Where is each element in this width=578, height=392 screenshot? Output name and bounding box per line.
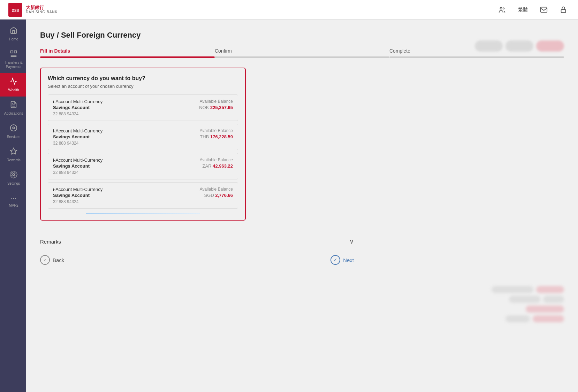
logo: DSB 大新銀行 DAH SING BANK [8,3,58,17]
bank-logo-icon: DSB [8,3,22,17]
svg-marker-12 [10,148,17,154]
mvp2-icon: ··· [11,194,17,202]
sidebar-item-services-label: Services [7,135,20,139]
bottom-nav: ‹ Back ✓ Next [40,251,354,269]
remarks-row[interactable]: Remarks ∨ [40,232,354,251]
sidebar-item-rewards[interactable]: Rewards [0,143,26,167]
account-currency-2: ZAR [203,163,213,169]
step-complete: Complete [389,48,564,58]
sidebar-item-transfers-label: Transfers &Payments [5,61,22,69]
sidebar-item-transfers[interactable]: Transfers &Payments [0,46,26,73]
sidebar-item-rewards-label: Rewards [7,158,20,162]
svg-point-13 [13,174,15,176]
back-label: Back [53,257,64,263]
currency-question: Which currency do you want to buy? [48,75,238,82]
account-balance-label-3: Available Balance [200,187,233,192]
people-icon [498,6,506,14]
account-currency-0: NOK [199,105,210,110]
account-name-1: i-Account Multi-Currency [53,128,102,133]
step-fill-details-label: Fill in Details [40,48,70,54]
account-currency-3: SGD [204,193,215,198]
next-button[interactable]: ✓ Next [330,255,354,265]
account-balance-value-3: SGD 2,776.66 [204,193,233,198]
account-type-2: Savings Account [53,163,90,169]
people-icon-button[interactable] [496,3,508,16]
account-item-3[interactable]: i-Account Multi-Currency Available Balan… [48,182,238,209]
next-circle-icon: ✓ [330,255,340,265]
chevron-down-icon: ∨ [349,238,354,245]
step-fill-details-line [40,56,215,58]
account-balance-label-0: Available Balance [200,99,233,104]
account-item-0[interactable]: i-Account Multi-Currency Available Balan… [48,94,238,121]
sidebar-item-wealth-label: Wealth [8,88,19,92]
account-balance-value-0: NOK 225,357.65 [199,105,233,110]
svg-rect-4 [541,7,547,12]
step-complete-line [389,56,564,58]
rewards-icon [10,147,17,157]
account-balance-label-1: Available Balance [200,128,233,133]
scroll-indicator [86,213,200,214]
account-item-1[interactable]: i-Account Multi-Currency Available Balan… [48,124,238,150]
bank-name-zh: 大新銀行 [26,5,58,10]
back-circle-icon: ‹ [40,255,50,265]
step-confirm-line [215,56,389,58]
main-layout: Home Transfers &Payments Wealth [0,20,578,392]
account-name-2: i-Account Multi-Currency [53,157,102,163]
sidebar-item-mvp2[interactable]: ··· MVP2 [0,190,26,212]
page-title: Buy / Sell Foreign Currency [40,31,564,40]
svg-text:DSB: DSB [12,9,19,13]
lock-icon-button[interactable] [557,3,570,16]
step-fill-details: Fill in Details [40,48,215,58]
accounts-list[interactable]: i-Account Multi-Currency Available Balan… [48,94,238,212]
svg-rect-5 [561,9,566,13]
sidebar-item-home-label: Home [9,37,18,41]
step-confirm-label: Confirm [215,48,232,54]
services-icon [10,124,17,133]
account-balance-value-2: ZAR 42,963.22 [203,163,233,169]
svg-rect-7 [14,51,16,53]
sidebar-item-wealth[interactable]: Wealth [0,73,26,97]
settings-icon [10,171,17,180]
step-confirm: Confirm [215,48,389,58]
sidebar-item-settings-label: Settings [7,182,20,186]
currency-subtitle: Select an account of your chosen currenc… [48,84,238,89]
steps-bar: Fill in Details Confirm Complete [40,48,564,58]
next-label: Next [343,257,354,263]
home-icon [10,26,17,36]
blurred-chat [492,286,564,322]
top-nav-right: 繁體 [496,3,570,16]
applications-icon [10,101,17,110]
sidebar-item-home[interactable]: Home [0,22,26,46]
sidebar-item-applications[interactable]: Applications [0,97,26,120]
lock-icon [560,6,567,14]
account-currency-1: THB [200,134,210,139]
step-complete-label: Complete [389,48,410,54]
account-item-2[interactable]: i-Account Multi-Currency Available Balan… [48,153,238,179]
sidebar-item-settings[interactable]: Settings [0,167,26,190]
back-button[interactable]: ‹ Back [40,255,64,265]
svg-rect-6 [11,51,13,53]
account-name-3: i-Account Multi-Currency [53,187,102,192]
sidebar-item-services[interactable]: Services [0,120,26,143]
account-type-0: Savings Account [53,105,90,110]
account-number-2: 32 888 94324 [53,170,233,175]
account-balance-label-2: Available Balance [200,157,233,162]
content-area: Buy / Sell Foreign Currency Fill in Deta… [26,20,578,392]
bank-name-en: DAH SING BANK [26,10,58,14]
language-button[interactable]: 繁體 [515,5,531,14]
mail-icon-button[interactable] [538,3,550,16]
remarks-label: Remarks [40,239,61,245]
account-number-1: 32 888 94324 [53,141,233,146]
top-nav: DSB 大新銀行 DAH SING BANK 繁體 [0,0,578,20]
wealth-icon [10,77,17,87]
account-name-0: i-Account Multi-Currency [53,99,102,104]
svg-point-3 [503,8,504,9]
svg-point-11 [13,127,15,129]
sidebar: Home Transfers &Payments Wealth [0,20,26,392]
currency-select-box: Which currency do you want to buy? Selec… [40,68,246,221]
account-number-3: 32 888 94324 [53,199,233,204]
sidebar-item-applications-label: Applications [4,112,23,116]
account-balance-value-1: THB 176,228.59 [200,134,233,139]
svg-point-10 [10,125,17,131]
account-type-3: Savings Account [53,193,90,198]
